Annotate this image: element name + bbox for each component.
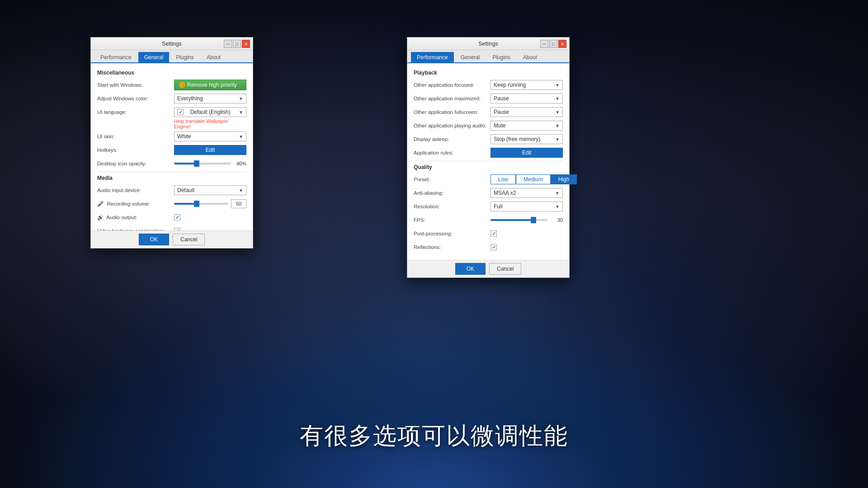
display-asleep-control: Stop (free memory) ▼ xyxy=(491,134,563,144)
other-app-focused-row: Other application focused: Keep running … xyxy=(414,80,563,90)
ok-button-2[interactable]: OK xyxy=(455,263,486,275)
ui-skin-row: UI skin: White ▼ xyxy=(97,131,246,142)
ui-language-checkbox[interactable] xyxy=(177,109,184,115)
preset-high-button[interactable]: High xyxy=(551,174,577,184)
fps-fill xyxy=(491,219,533,221)
minimize-btn-2[interactable]: ─ xyxy=(540,40,548,48)
tab-general-2[interactable]: General xyxy=(455,52,486,62)
cancel-button-1[interactable]: Cancel xyxy=(173,234,205,245)
tab-about-2[interactable]: About xyxy=(517,52,543,62)
video-hw-acc-label: Video hardware acceleration: xyxy=(97,228,174,230)
window-content-1: Miscellaneous Start with Windows: Remove… xyxy=(91,63,253,230)
recording-volume-track[interactable] xyxy=(174,203,228,205)
other-app-fullscreen-dropdown[interactable]: Pause ▼ xyxy=(491,107,563,117)
close-btn-1[interactable]: ✕ xyxy=(242,40,250,48)
adjust-windows-color-dropdown[interactable]: Everything ▼ xyxy=(174,94,246,103)
other-app-maximized-row: Other application maximized: Pause ▼ xyxy=(414,93,563,104)
tab-general-1[interactable]: General xyxy=(138,52,170,62)
minimize-btn-1[interactable]: ─ xyxy=(224,40,232,48)
translate-link[interactable]: Help translate Wallpaper Engine! xyxy=(174,118,246,129)
remove-high-priority-button[interactable]: Remove high priority xyxy=(174,80,246,90)
tabs-1: Performance General Plugins About xyxy=(91,50,253,63)
app-rules-edit-button[interactable]: Edit xyxy=(491,148,563,158)
video-hw-acc-row: Video hardware acceleration: xyxy=(97,225,246,230)
fps-track[interactable] xyxy=(491,219,547,221)
adjust-windows-color-label: Adjust Windows color: xyxy=(97,96,174,101)
other-app-fullscreen-arrow: ▼ xyxy=(555,110,560,115)
display-asleep-dropdown[interactable]: Stop (free memory) ▼ xyxy=(491,134,563,144)
tab-performance-2[interactable]: Performance xyxy=(411,52,454,62)
video-hw-acc-checkbox[interactable] xyxy=(174,228,180,230)
cancel-button-2[interactable]: Cancel xyxy=(489,263,521,275)
desktop-opacity-value: 40% xyxy=(234,161,246,166)
anti-aliasing-row: Anti-aliasing: MSAA x2 ▼ xyxy=(414,188,563,198)
desktop-opacity-track[interactable] xyxy=(174,163,231,164)
close-btn-2[interactable]: ✕ xyxy=(558,40,566,48)
tab-plugins-2[interactable]: Plugins xyxy=(486,52,516,62)
tab-performance-1[interactable]: Performance xyxy=(94,52,137,62)
anti-aliasing-label: Anti-aliasing: xyxy=(414,190,491,196)
desktop-icon-opacity-row: Desktop icon opacity: 40% xyxy=(97,158,246,169)
reflections-control xyxy=(491,244,563,251)
hotkeys-row: Hotkeys: Edit xyxy=(97,145,246,155)
preset-low-button[interactable]: Low xyxy=(491,174,516,184)
misc-section-title: Miscellaneous xyxy=(97,70,246,76)
hotkeys-edit-button[interactable]: Edit xyxy=(174,145,246,155)
maximize-btn-1[interactable]: □ xyxy=(233,40,241,48)
resolution-dropdown[interactable]: Full ▼ xyxy=(491,202,563,211)
post-processing-label: Post-processing: xyxy=(414,231,491,236)
desktop-opacity-thumb[interactable] xyxy=(194,160,199,167)
recording-volume-input[interactable] xyxy=(231,199,246,208)
other-app-audio-control: Mute ▼ xyxy=(491,121,563,131)
fps-value: 30 xyxy=(550,217,563,223)
ok-button-1[interactable]: OK xyxy=(139,234,169,245)
other-app-maximized-dropdown[interactable]: Pause ▼ xyxy=(491,94,563,103)
hotkeys-control: Edit xyxy=(174,145,246,155)
app-rules-label: Application rules: xyxy=(414,150,491,155)
other-app-focused-arrow: ▼ xyxy=(555,83,560,88)
audio-input-dropdown[interactable]: Default ▼ xyxy=(174,185,246,195)
other-app-fullscreen-label: Other application fullscreen: xyxy=(414,109,491,115)
fps-thumb[interactable] xyxy=(531,217,536,223)
recording-volume-thumb[interactable] xyxy=(194,201,199,207)
preset-medium-button[interactable]: Medium xyxy=(516,174,551,184)
maximize-btn-2[interactable]: □ xyxy=(549,40,557,48)
other-app-focused-control: Keep running ▼ xyxy=(491,80,563,90)
audio-output-row: 🔊 Audio output: xyxy=(97,212,246,223)
other-app-audio-dropdown[interactable]: Mute ▼ xyxy=(491,121,563,131)
other-app-audio-label: Other application playing audio: xyxy=(414,123,491,128)
window-settings-performance: Settings ─ □ ✕ Performance General Plugi… xyxy=(407,37,570,278)
window-2-footer: OK Cancel xyxy=(407,260,569,277)
ui-language-row: UI language: Default (English) ▼ xyxy=(97,107,246,117)
resolution-arrow: ▼ xyxy=(555,204,560,209)
ui-skin-label: UI skin: xyxy=(97,134,174,139)
post-processing-control xyxy=(491,230,563,237)
tab-plugins-1[interactable]: Plugins xyxy=(170,52,199,62)
window-content-2: Playback Other application focused: Keep… xyxy=(407,63,569,260)
titlebar-2: Settings ─ □ ✕ xyxy=(407,38,569,50)
fps-label: FPS: xyxy=(414,217,491,223)
ui-language-label: UI language: xyxy=(97,109,174,115)
reflections-checkbox[interactable] xyxy=(491,244,497,250)
other-app-focused-dropdown[interactable]: Keep running ▼ xyxy=(491,80,563,90)
media-section-title: Media xyxy=(97,175,246,181)
subtitle: 有很多选项可以微调性能 xyxy=(300,420,568,452)
ui-skin-arrow: ▼ xyxy=(239,134,243,139)
post-processing-checkbox[interactable] xyxy=(491,230,497,237)
display-asleep-arrow: ▼ xyxy=(555,137,560,142)
window-controls-1: ─ □ ✕ xyxy=(224,40,250,48)
tab-about-1[interactable]: About xyxy=(201,52,226,62)
divider-playback-quality xyxy=(414,161,563,161)
ui-skin-dropdown[interactable]: White ▼ xyxy=(174,131,246,141)
other-app-fullscreen-row: Other application fullscreen: Pause ▼ xyxy=(414,107,563,117)
other-app-audio-arrow: ▼ xyxy=(555,123,560,128)
desktop-icon-opacity-control: 40% xyxy=(174,161,246,166)
audio-output-checkbox[interactable] xyxy=(174,214,180,221)
preset-label: Preset: xyxy=(414,177,491,182)
ui-skin-control: White ▼ xyxy=(174,131,246,141)
other-app-maximized-control: Pause ▼ xyxy=(491,94,563,103)
anti-aliasing-dropdown[interactable]: MSAA x2 ▼ xyxy=(491,188,563,198)
audio-input-arrow: ▼ xyxy=(239,188,243,193)
adjust-windows-color-row: Adjust Windows color: Everything ▼ xyxy=(97,93,246,104)
ui-language-dropdown[interactable]: Default (English) ▼ xyxy=(174,107,246,117)
